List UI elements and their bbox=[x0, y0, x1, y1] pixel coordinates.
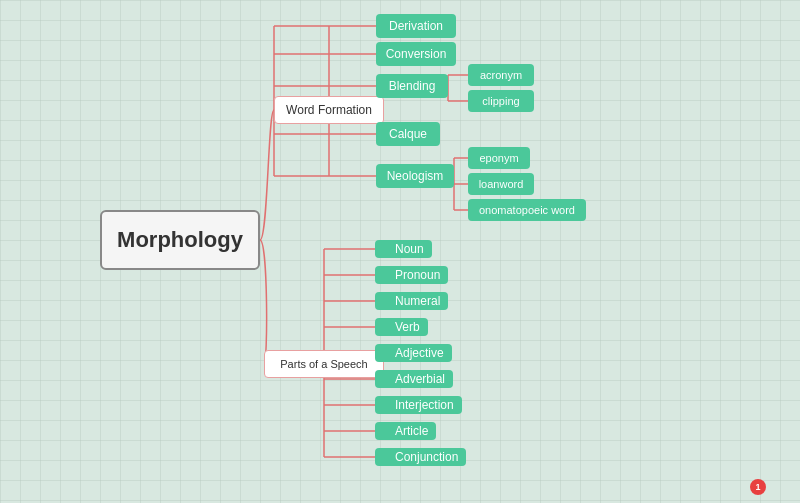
parts-of-speech-label: Parts of a Speech bbox=[280, 358, 367, 370]
adjective-label: Adjective bbox=[375, 344, 452, 362]
loanword-label: loanword bbox=[479, 178, 524, 190]
verb-node: 4 Verb bbox=[375, 316, 428, 338]
derivation-node: Derivation bbox=[376, 14, 456, 38]
neologism-label: Neologism bbox=[387, 169, 444, 183]
parts-of-speech-node: Parts of a Speech bbox=[264, 350, 384, 378]
article-node: 8 Article bbox=[375, 420, 436, 442]
eponym-node: eponym bbox=[468, 147, 530, 169]
acronym-label: acronym bbox=[480, 69, 522, 81]
conversion-node: Conversion bbox=[376, 42, 456, 66]
root-node: Morphology bbox=[100, 210, 260, 270]
calque-node: Calque bbox=[376, 122, 440, 146]
noun-label: Noun bbox=[375, 240, 432, 258]
pronoun-node: 2 Pronoun bbox=[375, 264, 448, 286]
conjunction-node: 9 Conjunction bbox=[375, 446, 466, 468]
eponym-label: eponym bbox=[479, 152, 518, 164]
word-formation-label: Word Formation bbox=[286, 103, 372, 117]
article-label: Article bbox=[375, 422, 436, 440]
word-formation-node: Word Formation bbox=[274, 96, 384, 124]
root-label: Morphology bbox=[117, 227, 243, 253]
clipping-label: clipping bbox=[482, 95, 519, 107]
interjection-label: Interjection bbox=[375, 396, 462, 414]
onomatopoeia-node: onomatopoeic word bbox=[468, 199, 586, 221]
acronym-node: acronym bbox=[468, 64, 534, 86]
noun-badge: 1 bbox=[750, 479, 766, 495]
loanword-node: loanword bbox=[468, 173, 534, 195]
blending-label: Blending bbox=[389, 79, 436, 93]
noun-node: 1 Noun bbox=[375, 238, 432, 260]
calque-label: Calque bbox=[389, 127, 427, 141]
adverbial-node: 6 Adverbial bbox=[375, 368, 453, 390]
derivation-label: Derivation bbox=[389, 19, 443, 33]
neologism-node: Neologism bbox=[376, 164, 454, 188]
conversion-label: Conversion bbox=[386, 47, 447, 61]
pronoun-label: Pronoun bbox=[375, 266, 448, 284]
adjective-node: 5 Adjective bbox=[375, 342, 452, 364]
onomatopoeia-label: onomatopoeic word bbox=[479, 204, 575, 216]
numeral-label: Numeral bbox=[375, 292, 448, 310]
interjection-node: 7 Interjection bbox=[375, 394, 462, 416]
conjunction-label: Conjunction bbox=[375, 448, 466, 466]
verb-label: Verb bbox=[375, 318, 428, 336]
numeral-node: 1 Numeral bbox=[375, 290, 448, 312]
adverbial-label: Adverbial bbox=[375, 370, 453, 388]
blending-node: Blending bbox=[376, 74, 448, 98]
clipping-node: clipping bbox=[468, 90, 534, 112]
